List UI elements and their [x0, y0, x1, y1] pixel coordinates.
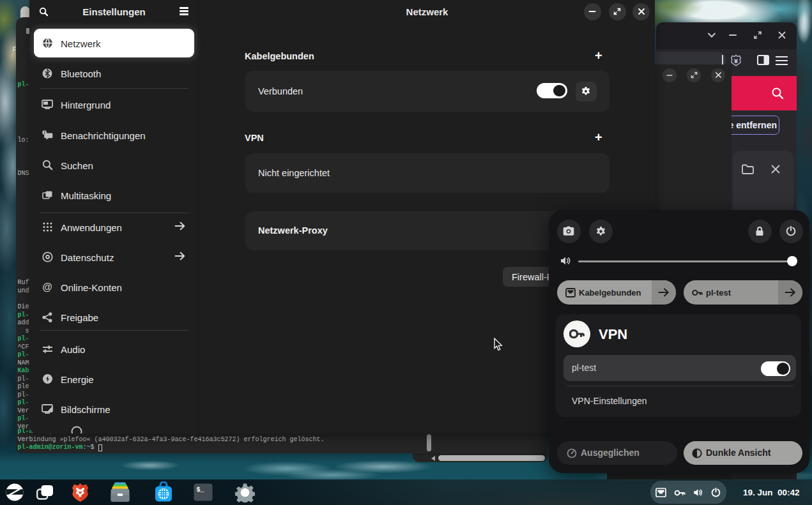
svg-text:$_: $_	[197, 486, 205, 494]
